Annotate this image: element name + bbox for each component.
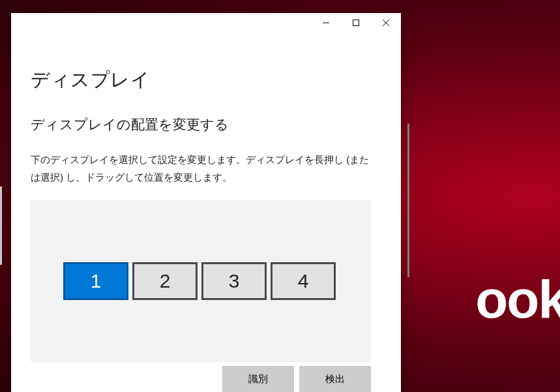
- section-title: ディスプレイの配置を変更する: [31, 115, 381, 134]
- monitor-1[interactable]: 1: [63, 262, 128, 300]
- minimize-button[interactable]: [311, 13, 341, 33]
- settings-window: ディスプレイ ディスプレイの配置を変更する 下のディスプレイを選択して設定を変更…: [11, 13, 401, 392]
- desktop-brand-text: ook: [475, 269, 560, 330]
- identify-button[interactable]: 識別: [222, 366, 294, 392]
- svg-rect-1: [353, 20, 359, 26]
- close-icon: [383, 20, 389, 26]
- display-arrangement-canvas[interactable]: 1 2 3 4: [31, 200, 371, 362]
- scrollbar[interactable]: [407, 123, 409, 277]
- detect-button[interactable]: 検出: [299, 366, 371, 392]
- title-bar: [11, 13, 401, 37]
- window-content: ディスプレイ ディスプレイの配置を変更する 下のディスプレイを選択して設定を変更…: [11, 37, 401, 392]
- arrangement-buttons: 識別 検出: [31, 366, 371, 392]
- monitor-2[interactable]: 2: [132, 262, 198, 300]
- page-title: ディスプレイ: [31, 67, 381, 93]
- monitor-3[interactable]: 3: [201, 262, 267, 300]
- close-button[interactable]: [371, 13, 401, 33]
- help-text: 下のディスプレイを選択して設定を変更します。ディスプレイを長押し (または選択)…: [31, 151, 370, 186]
- monitor-4[interactable]: 4: [271, 262, 336, 300]
- minimize-icon: [323, 20, 329, 26]
- maximize-icon: [353, 20, 359, 26]
- maximize-button[interactable]: [341, 13, 371, 33]
- left-edge-indicator: [0, 187, 2, 265]
